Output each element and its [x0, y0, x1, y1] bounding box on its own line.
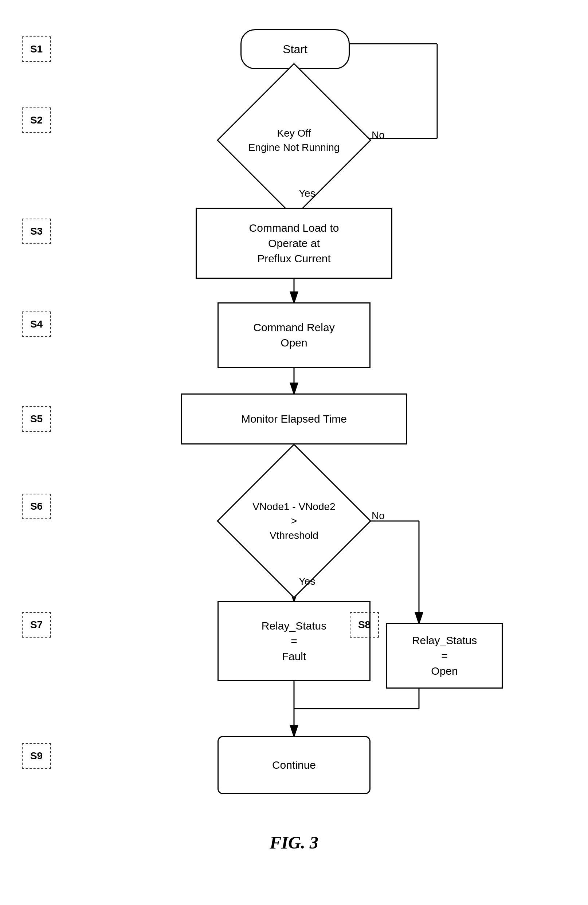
s2-no-label: No [372, 129, 385, 141]
step-label-s9: S9 [22, 743, 51, 769]
step-label-s4: S4 [22, 311, 51, 337]
s8-rect: Relay_Status = Open [386, 623, 503, 689]
s6-diamond: VNode1 - VNode2 > Vthreshold [203, 470, 385, 572]
s4-rect: Command Relay Open [218, 302, 370, 368]
figure-caption: FIG. 3 [270, 832, 318, 853]
step-label-s1: S1 [22, 37, 51, 62]
step-label-s6: S6 [22, 494, 51, 519]
s7-rect: Relay_Status = Fault [218, 601, 370, 681]
step-label-s3: S3 [22, 219, 51, 244]
step-label-s7: S7 [22, 612, 51, 638]
step-label-s8: S8 [350, 612, 379, 638]
s6-yes-label: Yes [299, 576, 316, 587]
s3-rect: Command Load to Operate at Preflux Curre… [195, 208, 393, 279]
s9-rect: Continue [218, 736, 370, 794]
s2-diamond: Key Off Engine Not Running [203, 93, 385, 187]
start-node: Start [240, 29, 350, 69]
s2-yes-label: Yes [299, 187, 316, 199]
flowchart-diagram: S1 Start S2 Key Off Engine Not Running N… [0, 0, 588, 875]
s6-no-label: No [372, 510, 385, 522]
step-label-s2: S2 [22, 108, 51, 133]
s5-rect: Monitor Elapsed Time [181, 394, 407, 445]
step-label-s5: S5 [22, 406, 51, 432]
